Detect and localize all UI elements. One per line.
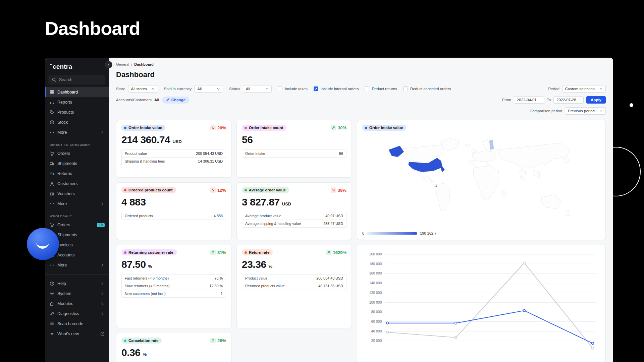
sidebar-item-dashboard[interactable]: Dashboard [45, 87, 109, 97]
map-region-australia [541, 195, 561, 209]
comparison-label: Comparison period [530, 109, 562, 113]
sidebar-item-help[interactable]: Help [45, 279, 109, 289]
sidebar-item-diagnostics[interactable]: Diagnostics [45, 309, 109, 319]
metric-chip: Order intake count [242, 125, 286, 131]
map-region-asia [497, 143, 570, 169]
svg-text:180 000: 180 000 [369, 262, 382, 266]
sidebar-item-reports[interactable]: Reports [45, 97, 109, 107]
metric-value: 23.36% [242, 259, 346, 270]
date-from-input[interactable] [514, 96, 544, 104]
chevron-right-icon [100, 130, 105, 135]
chevron-down-icon [265, 87, 269, 90]
search-placeholder: Search [59, 77, 72, 82]
map-region-south-america [435, 183, 450, 211]
sidebar-item-what-s-new[interactable]: What's new [45, 329, 109, 339]
checkbox-deduct-returns[interactable]: Deduct returns [365, 86, 397, 91]
svg-text:140 000: 140 000 [369, 281, 382, 285]
checkbox-box [314, 86, 318, 91]
chevron-down-icon [217, 87, 220, 90]
checkbox-include-internal-orders[interactable]: Include internal orders [314, 86, 359, 91]
status-select[interactable]: All [243, 85, 272, 93]
sidebar-section-label: WHOLESALE [45, 209, 109, 220]
sidebar-section-label: DIRECT TO CONSUMER [45, 137, 109, 148]
chevron-left-icon [107, 62, 110, 67]
metric-value-number: 214 360.74 [121, 134, 170, 145]
map-region-se-asia [533, 170, 540, 178]
comparison-select[interactable]: Previous period [565, 107, 606, 115]
metric-value: 214 360.74USD [121, 134, 226, 145]
checkbox-label: Include internal orders [321, 87, 359, 91]
sidebar-item-vouchers[interactable]: Vouchers [45, 189, 109, 199]
period-select[interactable]: Custom selection [562, 85, 606, 93]
breakdown-label: Average product value [245, 214, 281, 218]
delta-value: 38% [338, 188, 346, 193]
currency-select[interactable]: All [194, 85, 223, 93]
chart-point [455, 322, 457, 324]
change-button-label: Change [171, 98, 185, 102]
breakdown-label: Shipping & handling fees [125, 159, 165, 163]
change-accounts-button[interactable]: Change [162, 97, 190, 104]
world-map-container [362, 131, 600, 231]
card-header: Cancelation rate26% [121, 338, 226, 344]
sidebar-item-customers[interactable]: Customers [45, 179, 109, 189]
breakdown-row: Ordered products4 883 [122, 212, 226, 220]
sidebar-item-modules[interactable]: Modules [45, 299, 109, 309]
sidebar-item-orders[interactable]: Orders [45, 148, 109, 159]
checkbox-include-taxes[interactable]: Include taxes [278, 86, 308, 91]
sidebar-item-system[interactable]: System [45, 289, 109, 299]
sidebar-item-more[interactable]: More [45, 260, 109, 270]
sidebar-item-label: Reports [57, 100, 105, 105]
delta-badge: 31% [210, 250, 226, 255]
card-order-intake-count: Order intake count30%56Order intake56 [236, 120, 352, 178]
search-input[interactable]: Search [48, 75, 105, 84]
sidebar-item-products[interactable]: Products [45, 107, 109, 117]
chart-icon [50, 100, 54, 105]
accounts-filter: Accounts/Customers All Change [116, 97, 190, 104]
checkbox-deduct-canceled-orders[interactable]: Deduct canceled orders [403, 86, 451, 91]
delta-value: 20% [217, 125, 226, 130]
sidebar-collapse-button[interactable] [105, 61, 112, 68]
sidebar-item-returns[interactable]: Returns [45, 169, 109, 179]
map-region-ecuador [435, 185, 437, 187]
svg-text:40 000: 40 000 [371, 329, 382, 333]
chevron-right-icon [100, 311, 105, 316]
metric-chip: Return rate [242, 249, 273, 255]
apply-button[interactable]: Apply [586, 96, 606, 104]
breakdown-label: Slow returners (> 6 months) [125, 284, 170, 288]
metric-dot [124, 127, 126, 129]
sidebar-item-stock[interactable]: Stock [45, 117, 109, 127]
delta-badge: 26% [210, 338, 226, 343]
sidebar-item-more[interactable]: More [45, 199, 109, 209]
map-region-italy [486, 161, 490, 166]
metric-breakdown: Product value200 054.43 USDShipping & ha… [121, 149, 226, 165]
metric-dot [245, 189, 247, 191]
breakdown-label: Product value [245, 276, 267, 280]
user-icon [50, 181, 54, 186]
breadcrumb-item-general[interactable]: General [116, 62, 129, 66]
svg-text:60 000: 60 000 [371, 320, 382, 323]
card-header: Average order value38% [242, 187, 346, 193]
filter-row-2: Accounts/Customers All Change From To Ap… [116, 96, 606, 104]
smile-icon [36, 241, 49, 249]
svg-text:120 000: 120 000 [369, 291, 382, 295]
sidebar-item-shipments[interactable]: Shipments [45, 159, 109, 169]
checkbox-label: Include taxes [285, 87, 308, 91]
sidebar-item-scan-barcode[interactable]: Scan barcode [45, 319, 109, 329]
metric-title: Average order value [249, 188, 286, 192]
grid-icon [50, 90, 54, 95]
checkbox-box [403, 86, 408, 91]
page-heading: Dashboard [45, 17, 140, 39]
breadcrumb-item-dashboard: Dashboard [134, 62, 153, 66]
date-range-group: From To Apply [502, 96, 606, 104]
accounts-label: Accounts/Customers [116, 98, 152, 102]
metric-value: 87.50% [121, 259, 226, 270]
card-header: Ordered products count12% [121, 187, 226, 193]
breakdown-row: Product value200 054.43 USD [122, 150, 226, 157]
sidebar-item-orders[interactable]: Orders19 [45, 220, 109, 230]
map-region-alaska[interactable] [389, 146, 404, 157]
chat-widget-button[interactable] [27, 228, 59, 260]
store-select[interactable]: All stores [128, 85, 158, 93]
date-to-input[interactable] [553, 96, 584, 104]
sidebar-item-label: Accounts [57, 253, 105, 257]
sidebar-item-more[interactable]: More [45, 127, 109, 137]
